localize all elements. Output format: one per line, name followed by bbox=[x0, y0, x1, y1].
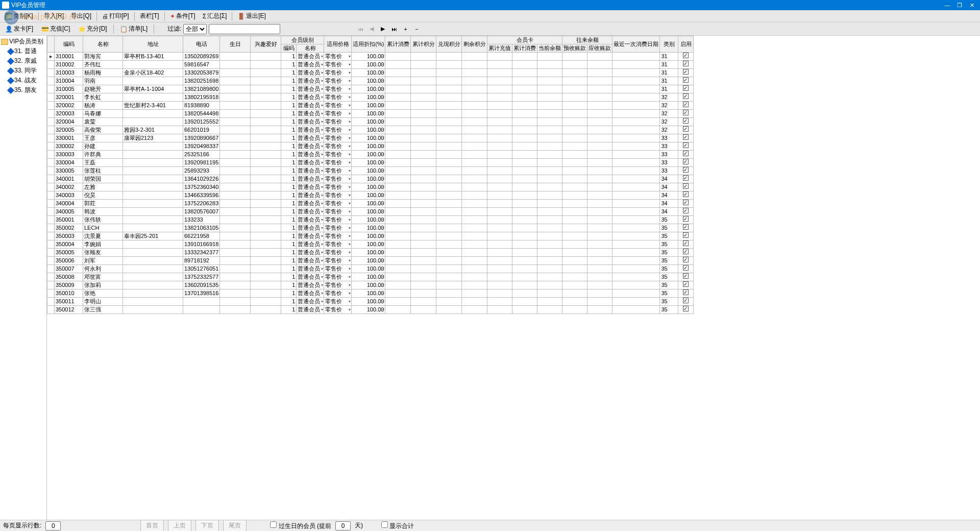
close-button[interactable]: ✕ bbox=[966, 2, 978, 9]
col-totcons[interactable]: 累计消费 bbox=[385, 36, 411, 53]
tree-item-2[interactable]: 33. 同学 bbox=[1, 66, 45, 76]
enable-checkbox[interactable] bbox=[683, 249, 689, 254]
table-row[interactable]: 350004李婉娟139101669181普通会员零售价100.0035 bbox=[47, 240, 694, 249]
enable-checkbox[interactable] bbox=[683, 298, 689, 303]
table-row[interactable]: 310004羽南138202516981普通会员零售价100.0031 bbox=[47, 77, 694, 85]
table-row[interactable]: 320002杨涛世纪新村2-3-401819388901普通会员零售价100.0… bbox=[47, 102, 694, 110]
enable-checkbox[interactable] bbox=[683, 175, 689, 181]
import-button[interactable]: 导入[R] bbox=[41, 11, 67, 21]
nav-remove-icon[interactable]: − bbox=[412, 25, 421, 34]
col-cbal[interactable]: 当前余额 bbox=[537, 44, 562, 53]
points-button[interactable]: ⭐充分[D] bbox=[75, 23, 110, 34]
enable-checkbox[interactable] bbox=[683, 257, 689, 262]
table-row[interactable]: 350002LECH138210631051普通会员零售价100.0035 bbox=[47, 224, 694, 232]
col-addr[interactable]: 地址 bbox=[123, 36, 183, 53]
table-row[interactable]: 350005张顺友133323423771普通会员零售价100.0035 bbox=[47, 249, 694, 257]
nav-add-icon[interactable]: + bbox=[401, 25, 410, 34]
table-row[interactable]: 350003沈景夏泰丰园25-201662219581普通会员零售价100.00… bbox=[47, 232, 694, 240]
col-crecharge[interactable]: 累计充值 bbox=[487, 44, 512, 53]
enable-checkbox[interactable] bbox=[683, 167, 689, 173]
col-level[interactable]: 会员级别 bbox=[281, 36, 324, 44]
table-row[interactable]: 340005韩波138205760071普通会员零售价100.0034 bbox=[47, 208, 694, 216]
enable-checkbox[interactable] bbox=[683, 85, 689, 91]
col-bal[interactable]: 往来余额 bbox=[562, 36, 612, 44]
table-row[interactable]: 350011李明山1普通会员零售价100.0035 bbox=[47, 298, 694, 306]
col-cat[interactable]: 类别 bbox=[660, 36, 678, 53]
enable-checkbox[interactable] bbox=[683, 265, 689, 271]
col-lvcode[interactable]: 编码 bbox=[281, 44, 297, 53]
table-row[interactable]: 350006刘军897181921普通会员零售价100.0035 bbox=[47, 257, 694, 265]
enable-checkbox[interactable] bbox=[683, 232, 689, 238]
enable-checkbox[interactable] bbox=[683, 69, 689, 75]
enable-checkbox[interactable] bbox=[683, 200, 689, 205]
table-row[interactable]: 340003倪昊134663395961普通会员零售价100.0034 bbox=[47, 191, 694, 200]
table-row[interactable]: 330001王彦康翠园2123139208906671普通会员零售价100.00… bbox=[47, 134, 694, 142]
col-phone[interactable]: 电话 bbox=[183, 36, 220, 53]
table-row[interactable]: 340001胡荣国136410292261普通会员零售价100.0034 bbox=[47, 175, 694, 183]
enable-checkbox[interactable] bbox=[683, 142, 689, 148]
enable-checkbox[interactable] bbox=[683, 118, 689, 124]
filter-select[interactable]: 全部 bbox=[183, 24, 207, 34]
nav-first-icon[interactable]: ⏮ bbox=[356, 25, 365, 34]
enable-checkbox[interactable] bbox=[683, 102, 689, 107]
col-name[interactable]: 名称 bbox=[83, 36, 123, 53]
prev-page-button[interactable]: 上页 bbox=[168, 520, 191, 521]
table-row[interactable]: 330003许群典253251661普通会员零售价100.0033 bbox=[47, 151, 694, 159]
tree-item-4[interactable]: 35. 朋友 bbox=[1, 85, 45, 95]
enable-checkbox[interactable] bbox=[683, 126, 689, 132]
tree-item-1[interactable]: 32. 亲戚 bbox=[1, 56, 45, 66]
col-pay[interactable]: 应收账款 bbox=[587, 44, 612, 53]
format-button[interactable]: 表栏[T] bbox=[137, 11, 162, 21]
tree-item-3[interactable]: 34. 战友 bbox=[1, 76, 45, 85]
grid[interactable]: 编码 名称 地址 电话 生日 兴趣爱好 会员级别 适用价格 适用折扣(%) 累计… bbox=[47, 36, 980, 521]
table-row[interactable]: 330002孙建139204983371普通会员零售价100.0033 bbox=[47, 142, 694, 151]
col-redeem[interactable]: 兑现积分 bbox=[436, 36, 462, 53]
enable-checkbox[interactable] bbox=[683, 273, 689, 279]
table-row[interactable]: 320004袁莹139201255521普通会员零售价100.0032 bbox=[47, 118, 694, 126]
category-button[interactable]: 📁类别[K] bbox=[2, 11, 36, 21]
enable-checkbox[interactable] bbox=[683, 53, 689, 58]
table-row[interactable]: 310002齐伟红598165471普通会员零售价100.0031 bbox=[47, 61, 694, 69]
col-ccons[interactable]: 累计消费 bbox=[512, 44, 537, 53]
list-button[interactable]: 📋清单[L] bbox=[117, 23, 151, 34]
condition-button[interactable]: ✦条件[T] bbox=[167, 11, 199, 21]
export-button[interactable]: 导出[Q] bbox=[68, 11, 94, 21]
print-button[interactable]: 🖨打印[P] bbox=[99, 11, 132, 21]
table-row[interactable]: 350012张三强1普通会员零售价100.0035 bbox=[47, 306, 694, 314]
issue-card-button[interactable]: 👤发卡[F] bbox=[2, 23, 36, 34]
enable-checkbox[interactable] bbox=[683, 151, 689, 156]
enable-checkbox[interactable] bbox=[683, 93, 689, 99]
table-row[interactable]: 350007何永利130512760511普通会员零售价100.0035 bbox=[47, 265, 694, 273]
table-row[interactable]: 330005张莲柱258932931普通会员零售价100.0033 bbox=[47, 167, 694, 175]
table-row[interactable]: 310003杨雨梅金泉小区18-402133020538791普通会员零售价10… bbox=[47, 69, 694, 77]
col-price[interactable]: 适用价格 bbox=[324, 36, 352, 53]
col-last[interactable]: 最近一次消费日期 bbox=[612, 36, 660, 53]
enable-checkbox[interactable] bbox=[683, 289, 689, 295]
enable-checkbox[interactable] bbox=[683, 110, 689, 115]
table-row[interactable]: ▸310001郭海宾翠亭村B-13-401135020892691普通会员零售价… bbox=[47, 53, 694, 61]
table-row[interactable]: 310005赵晓芳翠亭村A-1-1004138210898001普通会员零售价1… bbox=[47, 85, 694, 93]
filter-input[interactable] bbox=[209, 24, 280, 34]
first-page-button[interactable]: 首页 bbox=[140, 520, 164, 521]
col-prepay[interactable]: 预收账款 bbox=[562, 44, 587, 53]
table-row[interactable]: 340002左雅137523603401普通会员零售价100.0034 bbox=[47, 183, 694, 191]
col-code[interactable]: 编码 bbox=[55, 36, 83, 53]
table-row[interactable]: 320005高俊荣雅园3-2-301662010191普通会员零售价100.00… bbox=[47, 126, 694, 134]
recharge-button[interactable]: 💳充值[C] bbox=[38, 23, 73, 34]
col-totpts[interactable]: 累计积分 bbox=[411, 36, 436, 53]
minimize-button[interactable]: — bbox=[941, 2, 953, 8]
table-row[interactable]: 350001张伟轶1332331普通会员零售价100.0035 bbox=[47, 216, 694, 224]
nav-last-icon[interactable]: ⏭ bbox=[389, 25, 399, 34]
tree-root[interactable]: VIP会员类别 bbox=[1, 37, 45, 46]
col-remain[interactable]: 剩余积分 bbox=[462, 36, 487, 53]
enable-checkbox[interactable] bbox=[683, 216, 689, 222]
enable-checkbox[interactable] bbox=[683, 159, 689, 164]
table-row[interactable]: 350010张艳137013985161普通会员零售价100.0035 bbox=[47, 289, 694, 298]
summary-button[interactable]: Σ 汇总[Σ] bbox=[200, 11, 230, 21]
enable-checkbox[interactable] bbox=[683, 61, 689, 66]
table-row[interactable]: 350008邓世富137523325771普通会员零售价100.0035 bbox=[47, 273, 694, 281]
col-hobby[interactable]: 兴趣爱好 bbox=[251, 36, 281, 53]
enable-checkbox[interactable] bbox=[683, 183, 689, 189]
nav-prev-icon[interactable]: ◀ bbox=[367, 25, 376, 34]
enable-checkbox[interactable] bbox=[683, 77, 689, 83]
